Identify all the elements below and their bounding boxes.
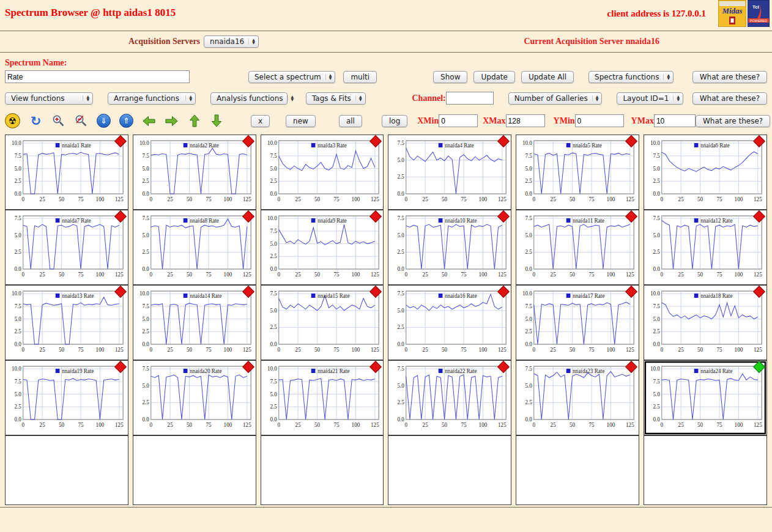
scroll-up-icon[interactable]: ⇑ (119, 114, 133, 128)
svg-text:125: 125 (754, 272, 762, 278)
spectrum-chart-22[interactable]: 02550751001250.02.55.07.5nnaida22 Rate (388, 360, 511, 435)
svg-text:75: 75 (333, 272, 339, 278)
spectrum-chart-10[interactable]: 02550751001250.02.55.07.5nnaida10 Rate (388, 210, 511, 285)
spectrum-chart-5[interactable]: 02550751001250.02.55.07.510.0nnaida5 Rat… (516, 135, 639, 210)
pan-left-icon[interactable] (142, 114, 156, 128)
spectrum-chart-8[interactable]: 02550751001250.02.55.07.5nnaida8 Rate (133, 210, 256, 285)
svg-text:7.5: 7.5 (525, 153, 533, 159)
spectrum-chart-2[interactable]: 02550751001250.02.55.07.510.0nnaida2 Rat… (133, 135, 256, 210)
legend-square-icon (311, 218, 315, 223)
pan-right-icon[interactable] (165, 114, 179, 128)
spectrum-chart-21[interactable]: 02550751001250.02.55.07.510.0nnaida21 Ra… (261, 360, 384, 435)
spectrum-chart-19[interactable]: 02550751001250.02.55.07.510.0nnaida19 Ra… (5, 360, 128, 435)
what-are-these-button-3[interactable]: What are these? (696, 115, 770, 127)
svg-text:5.0: 5.0 (398, 308, 405, 314)
spectrum-chart-12[interactable]: 02550751001250.02.55.07.5nnaida12 Rate (644, 210, 767, 285)
svg-text:0.0: 0.0 (653, 266, 661, 272)
spectra-functions-select[interactable]: Spectra functions ▲▼ (588, 71, 674, 83)
spectrum-chart-6[interactable]: 02550751001250.02.55.07.510.0nnaida6 Rat… (644, 135, 767, 210)
update-all-button[interactable]: Update All (521, 71, 574, 83)
show-button[interactable]: Show (433, 71, 467, 83)
legend-square-icon (184, 143, 188, 147)
spectrum-chart-7[interactable]: 02550751001250.02.55.07.5nnaida7 Rate (5, 210, 128, 285)
spectrum-chart-11[interactable]: 02550751001250.02.55.07.5nnaida11 Rate (516, 210, 639, 285)
log-button[interactable]: log (382, 115, 407, 127)
multi-button[interactable]: multi (343, 71, 377, 83)
svg-text:75: 75 (333, 422, 339, 428)
spectrum-chart-3[interactable]: 02550751001250.02.55.07.510.0nnaida3 Rat… (261, 135, 384, 210)
view-functions-select[interactable]: View functions ▲▼ (5, 92, 93, 105)
svg-text:75: 75 (78, 196, 84, 202)
svg-text:0: 0 (21, 347, 24, 353)
zoom-out-icon[interactable] (74, 114, 88, 128)
spectrum-chart-1[interactable]: 02550751001250.02.55.07.510.0nnaida1 Rat… (5, 135, 128, 210)
svg-text:2.5: 2.5 (653, 404, 661, 410)
acquisition-server-select[interactable]: nnaida16 ▲▼ (204, 35, 259, 48)
svg-text:0: 0 (405, 347, 408, 353)
spectrum-chart-9[interactable]: 02550751001250.02.55.07.510.0nnaida9 Rat… (261, 210, 384, 285)
legend-label: nnaida11 Rate (573, 218, 605, 224)
chart-svg: 02550751001250.02.55.07.5nnaida4 Rate (388, 135, 511, 209)
svg-text:7.5: 7.5 (398, 366, 405, 372)
x-button[interactable]: x (251, 115, 270, 127)
galleries-select[interactable]: Number of Galleries ▲▼ (508, 92, 603, 105)
radioactive-icon[interactable]: ☢ (5, 113, 20, 128)
spectrum-chart-15[interactable]: 02550751001250.02.55.07.5nnaida15 Rate (261, 285, 384, 360)
spectrum-chart-18[interactable]: 02550751001250.02.55.07.510.0nnaida18 Ra… (644, 285, 767, 360)
layout-id-select[interactable]: Layout ID=1 ▲▼ (617, 92, 683, 105)
what-are-these-button-1[interactable]: What are these? (692, 71, 767, 83)
spectrum-chart-13[interactable]: 02550751001250.02.55.07.510.0nnaida13 Ra… (5, 285, 128, 360)
svg-text:125: 125 (243, 196, 251, 202)
svg-text:5.0: 5.0 (525, 383, 533, 389)
legend-label: nnaida13 Rate (62, 293, 94, 299)
svg-text:0.0: 0.0 (14, 266, 21, 272)
spectrum-name-input[interactable] (5, 70, 190, 83)
pan-down-icon[interactable] (210, 114, 224, 128)
update-button[interactable]: Update (473, 71, 514, 83)
spectrum-chart-17[interactable]: 02550751001250.02.55.07.510.0nnaida17 Ra… (516, 285, 639, 360)
spectrum-chart-20[interactable]: 02550751001250.02.55.07.5nnaida20 Rate (133, 360, 256, 435)
svg-text:2.5: 2.5 (398, 324, 405, 330)
spectrum-chart-24[interactable]: 02550751001250.02.55.07.510.0nnaida24 Ra… (644, 360, 767, 435)
refresh-icon[interactable]: ↻ (29, 114, 43, 128)
chart-svg: 02550751001250.02.55.07.510.0nnaida14 Ra… (133, 286, 256, 360)
legend-label: nnaida20 Rate (190, 368, 221, 374)
pan-up-icon[interactable] (187, 114, 201, 128)
svg-text:7.5: 7.5 (653, 303, 661, 309)
spectrum-chart-16[interactable]: 02550751001250.02.55.07.5nnaida16 Rate (388, 285, 511, 360)
channel-input[interactable] (446, 92, 494, 105)
channel-label: Channel: (412, 94, 446, 103)
new-button[interactable]: new (286, 115, 316, 127)
svg-text:75: 75 (206, 422, 211, 428)
xmin-input[interactable] (439, 114, 478, 127)
arrange-functions-select[interactable]: Arrange functions ▲▼ (108, 92, 196, 105)
chart-svg: 02550751001250.02.55.07.5nnaida10 Rate (388, 210, 511, 284)
ymax-input[interactable] (654, 114, 696, 127)
legend-square-icon (311, 369, 315, 373)
svg-text:75: 75 (589, 347, 595, 353)
svg-text:75: 75 (717, 422, 722, 428)
ymin-input[interactable] (575, 114, 624, 127)
legend-square-icon (439, 143, 443, 147)
all-button[interactable]: all (339, 115, 362, 127)
what-are-these-button-2[interactable]: What are these? (692, 92, 767, 105)
chart-svg: 02550751001250.02.55.07.510.0nnaida18 Ra… (644, 286, 766, 360)
chart-svg: 02550751001250.02.55.07.5nnaida11 Rate (516, 210, 639, 284)
tags-fits-select[interactable]: Tags & Fits ▲▼ (306, 92, 366, 105)
svg-text:10.0: 10.0 (267, 140, 277, 146)
svg-text:7.5: 7.5 (398, 215, 405, 221)
spectrum-chart-14[interactable]: 02550751001250.02.55.07.510.0nnaida14 Ra… (133, 285, 256, 360)
svg-text:0.0: 0.0 (653, 191, 661, 197)
analysis-functions-select[interactable]: Analysis functions ▲▼ (210, 92, 288, 105)
spectrum-chart-4[interactable]: 02550751001250.02.55.07.5nnaida4 Rate (388, 135, 511, 210)
svg-text:10.0: 10.0 (650, 140, 660, 146)
xmax-input[interactable] (506, 114, 545, 127)
select-a-spectrum-select[interactable]: Select a spectrum ▲▼ (248, 71, 335, 83)
scroll-down-icon[interactable]: ⇓ (97, 114, 111, 128)
zoom-in-icon[interactable] (51, 114, 65, 128)
functions-row: View functions ▲▼ Arrange functions ▲▼ A… (0, 87, 772, 109)
svg-text:0.0: 0.0 (525, 266, 533, 272)
svg-text:50: 50 (442, 272, 448, 278)
svg-text:50: 50 (442, 347, 448, 353)
spectrum-chart-23[interactable]: 02550751001250.02.55.07.5nnaida23 Rate (516, 360, 639, 435)
